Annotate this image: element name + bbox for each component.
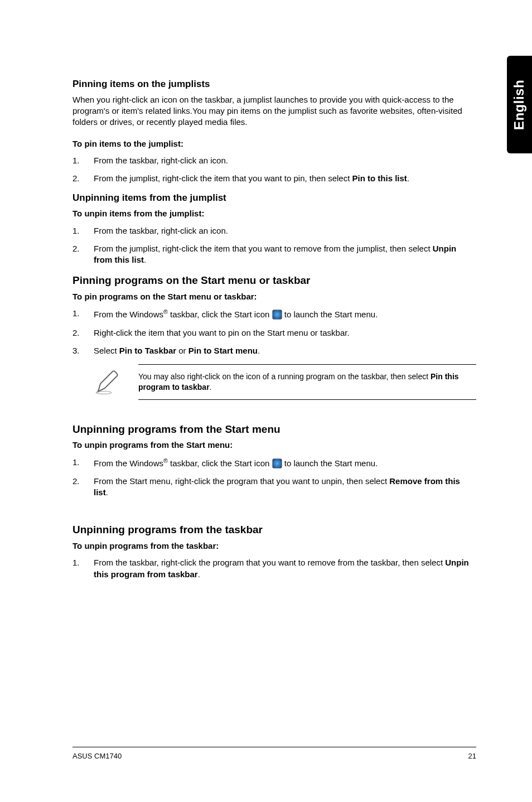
- step-number: 2.: [72, 173, 94, 184]
- step-number: 2.: [72, 327, 94, 339]
- registered-mark: ®: [163, 457, 168, 464]
- step-text: From the jumplist, right-click the item …: [94, 173, 476, 184]
- step-text: Right-click the item that you want to pi…: [94, 327, 476, 339]
- start-icon: [272, 310, 282, 320]
- step-text: Select Pin to Taskbar or Pin to Start me…: [94, 345, 476, 356]
- sec1-sub: To pin items to the jumplist:: [72, 138, 476, 149]
- list-item: 2.From the jumplist, right-click the ite…: [72, 243, 476, 266]
- step-text: From the Windows® taskbar, click the Sta…: [94, 457, 476, 469]
- sec3-steps: 1.From the Windows® taskbar, click the S…: [72, 308, 476, 356]
- sec4-steps: 1.From the Windows® taskbar, click the S…: [72, 457, 476, 499]
- step-text: From the Start menu, right-click the pro…: [94, 476, 476, 499]
- list-item: 2.From the jumplist, right-click the ite…: [72, 173, 476, 184]
- list-item: 1.From the taskbar, right-click an icon.: [72, 155, 476, 166]
- sec3-sub: To pin programs on the Start menu or tas…: [72, 291, 476, 302]
- step-number: 1.: [72, 557, 94, 580]
- list-item: 1.From the Windows® taskbar, click the S…: [72, 308, 476, 320]
- sec1-heading: Pinning items on the jumplists: [72, 78, 476, 91]
- svg-point-0: [96, 391, 112, 394]
- sec3-heading: Pinning programs on the Start menu or ta…: [72, 273, 476, 288]
- sec4-sub: To unpin programs from the Start menu:: [72, 439, 476, 451]
- list-item: 1.From the taskbar, right-click the prog…: [72, 557, 476, 580]
- sec5-heading: Unpinning programs from the taskbar: [72, 523, 476, 537]
- step-text: From the taskbar, right-click an icon.: [94, 225, 476, 236]
- sec4-heading: Unpinning programs from the Start menu: [72, 422, 476, 437]
- step-number: 3.: [72, 345, 94, 356]
- footer-page-number: 21: [468, 752, 476, 760]
- list-item: 2.From the Start menu, right-click the p…: [72, 476, 476, 499]
- step-number: 1.: [72, 308, 94, 320]
- list-item: 1.From the Windows® taskbar, click the S…: [72, 457, 476, 469]
- page-content: Pinning items on the jumplists When you …: [0, 0, 532, 580]
- step-text: From the Windows® taskbar, click the Sta…: [94, 308, 476, 320]
- step-number: 2.: [72, 243, 94, 266]
- note-text: You may also right-click on the icon of …: [138, 364, 476, 400]
- list-item: 3.Select Pin to Taskbar or Pin to Start …: [72, 345, 476, 356]
- step-text: From the taskbar, right-click the progra…: [94, 557, 476, 580]
- footer-left: ASUS CM1740: [72, 752, 122, 760]
- step-number: 1.: [72, 155, 94, 166]
- sec2-steps: 1.From the taskbar, right-click an icon.…: [72, 225, 476, 266]
- start-icon: [272, 458, 282, 468]
- list-item: 1.From the taskbar, right-click an icon.: [72, 225, 476, 236]
- language-label: English: [512, 79, 528, 129]
- step-number: 1.: [72, 225, 94, 236]
- sec2-sub: To unpin items from the jumplist:: [72, 208, 476, 219]
- step-text: From the jumplist, right-click the item …: [94, 243, 476, 266]
- language-tab: English: [507, 56, 532, 153]
- step-number: 2.: [72, 476, 94, 499]
- note-block: You may also right-click on the icon of …: [94, 364, 476, 400]
- step-text: From the taskbar, right-click an icon.: [94, 155, 476, 166]
- sec5-steps: 1.From the taskbar, right-click the prog…: [72, 557, 476, 580]
- page-footer: ASUS CM1740 21: [72, 747, 476, 760]
- sec5-sub: To unpin programs from the taskbar:: [72, 540, 476, 552]
- sec1-steps: 1.From the taskbar, right-click an icon.…: [72, 155, 476, 185]
- pencil-icon: [94, 368, 122, 396]
- step-number: 1.: [72, 457, 94, 469]
- sec1-intro: When you right-click an icon on the task…: [72, 94, 476, 128]
- registered-mark: ®: [163, 308, 168, 315]
- sec2-heading: Unpinning items from the jumplist: [72, 192, 476, 205]
- list-item: 2.Right-click the item that you want to …: [72, 327, 476, 339]
